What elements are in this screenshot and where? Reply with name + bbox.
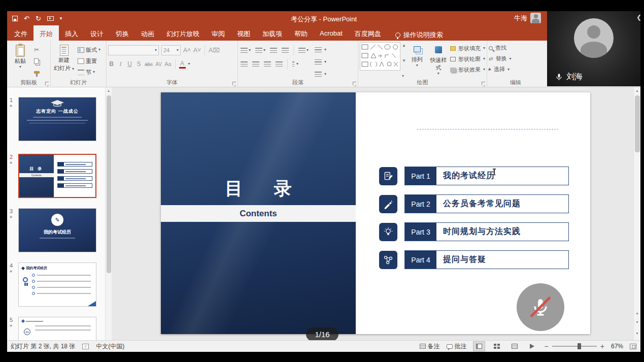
tab-transitions[interactable]: 切换: [110, 25, 135, 41]
customize-qat-icon[interactable]: ▾: [60, 16, 62, 21]
italic-button[interactable]: I: [117, 60, 124, 68]
save-icon[interactable]: [12, 16, 18, 21]
gallery-more-icon[interactable]: ▾: [402, 74, 406, 78]
shape-fill-button[interactable]: 形状填充▾: [450, 44, 485, 52]
dialog-launcher-icon[interactable]: [232, 82, 236, 85]
align-text-button[interactable]: ▾: [315, 56, 326, 67]
tab-file[interactable]: 文件: [8, 25, 33, 41]
zoom-slider-thumb[interactable]: [578, 343, 581, 349]
reading-view-button[interactable]: [509, 342, 520, 351]
columns-button[interactable]: ▾: [291, 61, 299, 67]
clear-formatting-button[interactable]: A⌧: [209, 47, 220, 54]
tab-baidu-netdisk[interactable]: 百度网盘: [349, 25, 387, 41]
shape-effects-button[interactable]: 形状效果▾: [450, 65, 485, 74]
copy-button[interactable]: [33, 56, 41, 65]
section-button[interactable]: 节▾: [77, 68, 101, 77]
scroll-up-icon[interactable]: ▲: [634, 87, 640, 92]
font-size-combo[interactable]: 24▾: [161, 45, 181, 55]
start-slideshow-icon[interactable]: [47, 16, 54, 21]
zoom-out-button[interactable]: −: [545, 342, 549, 350]
account-chip[interactable]: 牛海: [514, 13, 541, 23]
justify-button[interactable]: [275, 61, 284, 67]
dialog-launcher-icon[interactable]: [482, 82, 485, 85]
tell-me-search[interactable]: 操作说明搜索: [395, 25, 443, 41]
thumbnail-scrollbar[interactable]: ▲: [105, 87, 112, 340]
toc-part-row-4[interactable]: Part 4 提问与答疑: [379, 250, 569, 269]
toc-part-row-2[interactable]: Part 2 公务员备考常见问题: [379, 194, 569, 213]
grow-font-button[interactable]: A˄: [183, 47, 191, 54]
tab-acrobat[interactable]: Acrobat: [314, 25, 349, 41]
normal-view-button[interactable]: [473, 342, 485, 351]
underline-button[interactable]: U: [126, 60, 133, 68]
gallery-down-icon[interactable]: ▼: [402, 58, 406, 63]
change-case-button[interactable]: Aa: [164, 61, 171, 67]
spell-check-icon[interactable]: ✓: [82, 344, 89, 349]
dialog-launcher-icon[interactable]: [353, 82, 356, 85]
reset-button[interactable]: 重置: [77, 56, 101, 65]
quick-styles-button[interactable]: 快速样式 ▾: [428, 42, 449, 79]
replace-button[interactable]: ⇄ 替换▾: [489, 55, 511, 62]
bold-button[interactable]: B: [108, 60, 115, 68]
paste-button[interactable]: 粘贴 ▾: [9, 42, 32, 79]
font-color-button[interactable]: A: [179, 60, 186, 69]
find-button[interactable]: 查找: [489, 44, 511, 52]
slide-thumbnail-5[interactable]: 01: [18, 317, 96, 340]
tab-help[interactable]: 帮助: [288, 25, 314, 41]
collapse-panel-icon[interactable]: ❮: [636, 14, 641, 21]
slide-thumbnail-3[interactable]: ✎ 我的考试经历: [18, 208, 96, 252]
scroll-up-icon[interactable]: ▲: [106, 87, 112, 92]
gallery-up-icon[interactable]: ▲: [402, 43, 406, 48]
language-indicator[interactable]: 中文(中国): [96, 342, 124, 351]
previous-slide-icon[interactable]: ▲: [634, 310, 640, 315]
microphone-muted-button[interactable]: [517, 283, 564, 331]
comments-toggle[interactable]: 批注: [447, 342, 467, 351]
slide-sorter-view-button[interactable]: [491, 342, 502, 351]
character-spacing-button[interactable]: AV: [155, 61, 162, 67]
shape-outline-button[interactable]: 形状轮廓▾: [450, 55, 485, 63]
slide-thumbnail-2-selected[interactable]: 目 录 Contents: [18, 154, 96, 198]
notes-toggle[interactable]: 备注: [420, 342, 440, 351]
cut-button[interactable]: ✂: [33, 45, 41, 54]
main-scrollbar[interactable]: ▲ ▲ ▼ ▼: [633, 87, 640, 340]
select-button[interactable]: 选择▾: [489, 65, 511, 73]
shrink-font-button[interactable]: A˅: [193, 47, 201, 54]
tab-animations[interactable]: 动画: [135, 25, 160, 41]
slide-thumbnail-1[interactable]: 志有定向 一战成公: [18, 97, 96, 141]
tab-review[interactable]: 审阅: [206, 25, 231, 41]
align-center-button[interactable]: [251, 61, 260, 67]
align-left-button[interactable]: [240, 61, 249, 67]
scrollbar-thumb[interactable]: [635, 95, 640, 152]
tab-addins[interactable]: 加载项: [256, 25, 288, 41]
strikethrough-button[interactable]: abc: [145, 61, 153, 67]
toc-part-row-1[interactable]: Part 1 我的考试经历: [379, 167, 569, 185]
redo-icon[interactable]: ↻: [36, 15, 41, 22]
zoom-percentage[interactable]: 67%: [611, 343, 623, 350]
font-name-combo[interactable]: ▾: [108, 45, 159, 55]
scrollbar-thumb[interactable]: [107, 95, 111, 273]
webcam-overlay[interactable]: 刘海: [547, 11, 640, 86]
decrease-indent-button[interactable]: [269, 47, 278, 53]
align-right-button[interactable]: [263, 61, 272, 67]
scroll-down-icon[interactable]: ▼: [634, 330, 640, 335]
text-direction-button[interactable]: ▾: [315, 44, 326, 55]
arrange-button[interactable]: 排列 ▾: [408, 42, 427, 79]
numbering-button[interactable]: ▾: [254, 47, 266, 53]
text-shadow-button[interactable]: S: [135, 60, 142, 68]
slide-subtitle-band[interactable]: Contents: [161, 205, 356, 222]
slide-title[interactable]: 目 录: [161, 177, 356, 201]
slideshow-view-button[interactable]: [527, 342, 538, 351]
fit-to-window-icon[interactable]: [630, 344, 636, 349]
dialog-launcher-icon[interactable]: [45, 82, 49, 85]
next-slide-icon[interactable]: ▼: [634, 319, 640, 324]
zoom-in-button[interactable]: +: [600, 342, 604, 350]
convert-smartart-button[interactable]: ▾: [315, 69, 326, 79]
layout-button[interactable]: 版式▾: [77, 45, 101, 54]
tab-home[interactable]: 开始: [33, 25, 59, 41]
zoom-slider[interactable]: [552, 346, 597, 347]
chevron-down-icon[interactable]: ▾: [188, 62, 190, 65]
bullets-button[interactable]: ▾: [240, 47, 252, 53]
tab-view[interactable]: 视图: [231, 25, 256, 41]
new-slide-button[interactable]: 新建 幻灯片 ▾: [52, 42, 76, 79]
undo-icon[interactable]: ↶: [24, 15, 29, 22]
toc-part-row-3[interactable]: Part 3 时间规划与方法实践: [379, 222, 569, 241]
